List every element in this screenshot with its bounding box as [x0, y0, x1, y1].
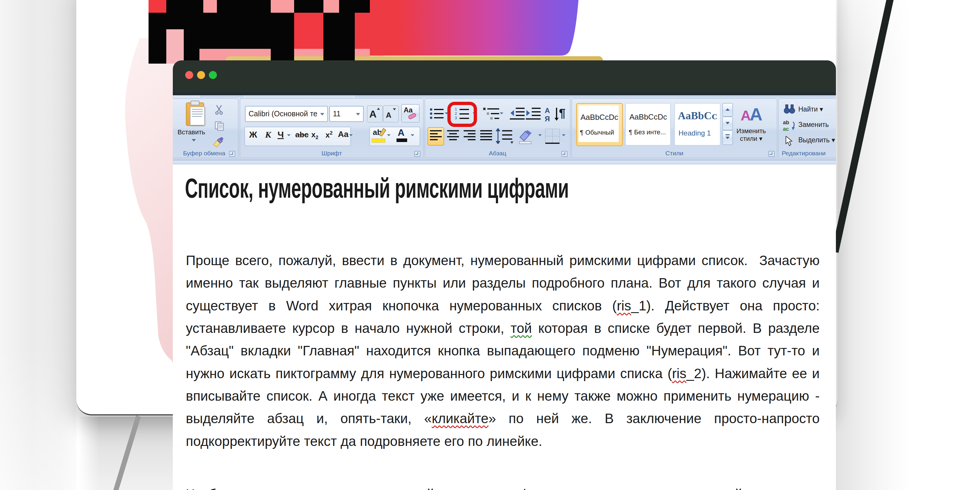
svg-text:ab: ab — [783, 119, 789, 126]
svg-text:ac: ac — [783, 126, 789, 131]
